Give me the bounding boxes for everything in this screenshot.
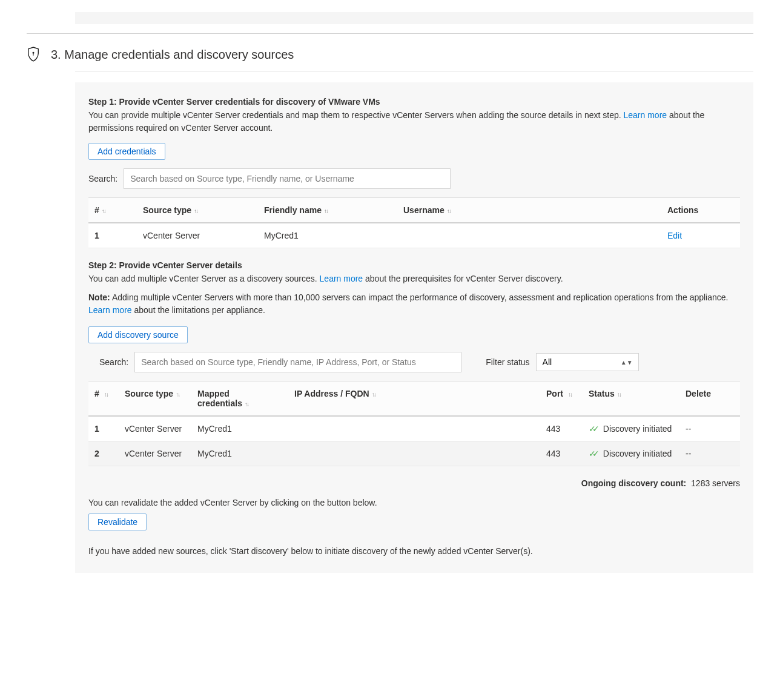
cell-username	[397, 223, 661, 248]
col-sourcetype[interactable]: Source type↑↓	[137, 198, 258, 223]
cell-ip	[288, 416, 540, 441]
cell-sourcetype: vCenter Server	[119, 416, 191, 441]
sort-icon: ↑↓	[194, 208, 197, 214]
add-discovery-source-button[interactable]: Add discovery source	[88, 326, 188, 343]
col-actions: Actions	[661, 198, 740, 223]
cell-sourcetype: vCenter Server	[119, 441, 191, 466]
note-a: Adding multiple vCenter Servers with mor…	[110, 292, 729, 302]
svg-rect-1	[33, 53, 33, 56]
step2-search-row: Search: Filter status All ▲▼	[99, 352, 740, 372]
step2-note: Note: Adding multiple vCenter Servers wi…	[88, 291, 740, 317]
top-band	[75, 12, 753, 24]
step1-search-input[interactable]	[124, 168, 451, 189]
col-friendlyname[interactable]: Friendly name↑↓	[258, 198, 397, 223]
filter-status-select[interactable]: All	[536, 353, 639, 371]
cell-port: 443	[540, 416, 583, 441]
section-header: 3. Manage credentials and discovery sour…	[27, 46, 753, 64]
top-divider	[27, 33, 753, 34]
shield-icon	[27, 46, 40, 64]
col-delete: Delete	[679, 381, 740, 417]
sort-icon: ↑↓	[245, 401, 248, 408]
table-row: 1 vCenter Server MyCred1 443 ✓✓ Discover…	[88, 416, 740, 441]
cell-delete: --	[679, 416, 740, 441]
col-port[interactable]: Port ↑↓	[540, 381, 583, 417]
step1-search-row: Search:	[88, 168, 740, 189]
step1-desc-a: You can provide multiple vCenter Server …	[88, 110, 624, 120]
revalidate-button[interactable]: Revalidate	[88, 513, 147, 530]
step2-description: You can add multiple vCenter Server as a…	[88, 272, 740, 285]
sort-icon: ↑↓	[102, 208, 105, 214]
sort-icon: ↑↓	[447, 208, 451, 214]
section-underline	[75, 71, 753, 71]
cell-idx: 2	[88, 441, 119, 466]
step2-learnmore2-link[interactable]: Learn more	[88, 305, 132, 315]
section-title-text: Manage credentials and discovery sources	[64, 48, 294, 61]
discovery-count-label: Ongoing discovery count:	[581, 478, 686, 488]
check-icon: ✓✓	[589, 449, 596, 458]
cell-delete: --	[679, 441, 740, 466]
table-row: 1 vCenter Server MyCred1 Edit	[88, 223, 740, 248]
sort-icon: ↑↓	[617, 391, 621, 398]
sort-icon: ↑↓	[372, 391, 375, 398]
col-idx[interactable]: #↑↓	[88, 198, 137, 223]
cell-friendlyname: MyCred1	[258, 223, 397, 248]
discovery-count-value: 1283 servers	[691, 478, 740, 488]
check-icon: ✓✓	[589, 424, 596, 434]
step2-title: Step 2: Provide vCenter Server details	[88, 260, 740, 270]
col-sourcetype[interactable]: Source type↑↓	[119, 381, 191, 417]
start-discovery-description: If you have added new sources, click 'St…	[88, 546, 740, 556]
main-panel: Step 1: Provide vCenter Server credentia…	[75, 82, 753, 573]
step1-learnmore-link[interactable]: Learn more	[624, 110, 667, 120]
col-idx[interactable]: # ↑↓	[88, 381, 119, 417]
step2-desc-b: about the prerequisites for vCenter Serv…	[363, 274, 563, 283]
col-ip[interactable]: IP Address / FQDN↑↓	[288, 381, 540, 417]
col-mapped[interactable]: Mapped credentials↑↓	[191, 381, 288, 417]
step2-desc-a: You can add multiple vCenter Server as a…	[88, 274, 320, 283]
sort-icon: ↑↓	[568, 391, 572, 398]
cell-status: ✓✓ Discovery initiated	[583, 441, 679, 466]
step2-search-input[interactable]	[134, 352, 461, 372]
discovery-count-row: Ongoing discovery count: 1283 servers	[88, 478, 740, 488]
step2-learnmore-link[interactable]: Learn more	[320, 274, 363, 283]
sort-icon: ↑↓	[104, 391, 108, 398]
sort-icon: ↑↓	[176, 391, 179, 398]
credentials-table: #↑↓ Source type↑↓ Friendly name↑↓ Userna…	[88, 197, 740, 248]
cell-idx: 1	[88, 223, 137, 248]
table-row: 2 vCenter Server MyCred1 443 ✓✓ Discover…	[88, 441, 740, 466]
add-credentials-button[interactable]: Add credentials	[88, 143, 165, 160]
step1-title: Step 1: Provide vCenter Server credentia…	[88, 97, 740, 107]
step1-search-label: Search:	[88, 174, 117, 183]
cell-mapped: MyCred1	[191, 441, 288, 466]
step1-description: You can provide multiple vCenter Server …	[88, 109, 740, 134]
cell-ip	[288, 441, 540, 466]
section-number: 3.	[51, 48, 61, 61]
cell-port: 443	[540, 441, 583, 466]
cell-status: ✓✓ Discovery initiated	[583, 416, 679, 441]
filter-status-label: Filter status	[486, 357, 529, 367]
section-title: 3. Manage credentials and discovery sour…	[51, 48, 294, 62]
cell-idx: 1	[88, 416, 119, 441]
sources-table: # ↑↓ Source type↑↓ Mapped credentials↑↓ …	[88, 381, 740, 466]
note-label: Note:	[88, 292, 110, 302]
step2-search-label: Search:	[99, 357, 128, 367]
sort-icon: ↑↓	[324, 208, 328, 214]
cell-mapped: MyCred1	[191, 416, 288, 441]
note-b: about the limitations per appliance.	[132, 305, 265, 315]
revalidate-description: You can revalidate the added vCenter Ser…	[88, 498, 740, 507]
cell-sourcetype: vCenter Server	[137, 223, 258, 248]
col-status[interactable]: Status↑↓	[583, 381, 679, 417]
col-username[interactable]: Username↑↓	[397, 198, 661, 223]
edit-link[interactable]: Edit	[667, 231, 682, 240]
